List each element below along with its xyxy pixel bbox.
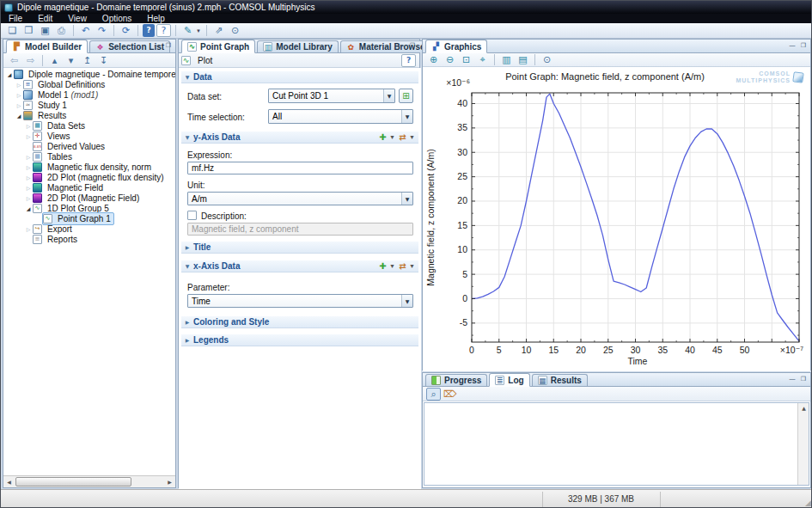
zoom-in-icon[interactable]: ⊕ bbox=[426, 53, 441, 66]
redo-icon[interactable]: ↷ bbox=[95, 24, 109, 37]
minimize-icon[interactable]: — bbox=[788, 375, 797, 383]
snapshot-icon[interactable]: ⊙ bbox=[540, 53, 554, 66]
vertical-scrollbar[interactable]: ▲ bbox=[797, 403, 809, 485]
section-data[interactable]: ▼ Data bbox=[181, 70, 418, 83]
scrollbar-thumb[interactable] bbox=[15, 477, 131, 487]
tree-item-tables[interactable]: ▷▦Tables bbox=[3, 151, 175, 162]
log-output[interactable]: ▲ bbox=[424, 402, 809, 486]
tree-item-views[interactable]: ▷✛Views bbox=[3, 131, 175, 141]
tree-item-2d-plot-magnetic-field-[interactable]: ▷2D Plot (Magnetic Field) bbox=[3, 193, 175, 203]
new-file-icon[interactable]: ❏ bbox=[5, 24, 20, 37]
section-legends[interactable]: ▶ Legends bbox=[181, 334, 418, 346]
tab-results[interactable]: ▦Results bbox=[532, 374, 588, 386]
collapsed-arrow-icon[interactable]: ▷ bbox=[24, 174, 33, 181]
tab-point-graph[interactable]: ∿Point Graph bbox=[181, 40, 255, 53]
tree-item-global-definitions[interactable]: ▷≡Global Definitions bbox=[3, 79, 175, 89]
tree-item-magnetic-field[interactable]: ▷Magnetic Field bbox=[3, 182, 175, 193]
context-help-icon[interactable]: ? bbox=[156, 24, 171, 37]
tree-item-dipole-magnetique-domaine-temporel-sinus-2[interactable]: ◢Dipole magnetique - Domaine temporel (s… bbox=[3, 69, 175, 79]
tree-item-magnetic-flux-density-norm[interactable]: ▷Magnetic flux density, norm bbox=[3, 162, 175, 172]
replace-expression-icon[interactable]: ⇄ bbox=[397, 131, 408, 144]
collapse-all-icon[interactable]: ▴ bbox=[47, 54, 62, 67]
undo-icon[interactable]: ↶ bbox=[78, 24, 93, 37]
tree-item-2d-plot-magnetic-flux-density-[interactable]: ▷2D Plot (magnetic flux density) bbox=[3, 172, 175, 182]
find-icon[interactable]: ⌕ bbox=[426, 388, 441, 401]
zoom-extents-icon[interactable]: ⌖ bbox=[475, 53, 490, 66]
collapsed-arrow-icon[interactable]: ▷ bbox=[24, 133, 33, 139]
axis-x-icon[interactable]: ▤ bbox=[516, 53, 530, 66]
collapsed-arrow-icon[interactable]: ▷ bbox=[24, 195, 33, 201]
dataset-dropdown[interactable]: Cut Point 3D 1 ▼ bbox=[268, 89, 395, 103]
section-title[interactable]: ▶ Title bbox=[181, 241, 418, 254]
maximize-icon[interactable]: ❐ bbox=[799, 375, 808, 383]
section-y-axis-data[interactable]: ▼ y-Axis Data ✚ ▼ ⇄ ▼ bbox=[181, 131, 418, 144]
tab-material-browser[interactable]: ✿Material Browser bbox=[340, 40, 435, 52]
plot-button[interactable]: Plot bbox=[198, 56, 212, 65]
expand-all-icon[interactable]: ▾ bbox=[64, 54, 78, 67]
back-icon[interactable]: ⇦ bbox=[7, 54, 21, 67]
scroll-right-icon[interactable]: ▶ bbox=[164, 477, 175, 487]
maximize-icon[interactable]: ❐ bbox=[408, 41, 417, 49]
forward-icon[interactable]: ⇨ bbox=[23, 54, 38, 67]
new-dataset-button[interactable]: ⊞ bbox=[399, 89, 413, 103]
tree-item-export[interactable]: ▷↪Export bbox=[3, 223, 175, 234]
open-icon[interactable]: ❒ bbox=[21, 24, 36, 37]
parameter-dropdown[interactable]: Time ▼ bbox=[187, 294, 413, 308]
expanded-arrow-icon[interactable]: ◢ bbox=[5, 71, 14, 77]
plot-brush-icon[interactable]: ✎ bbox=[180, 24, 195, 37]
minimize-icon[interactable]: — bbox=[153, 41, 162, 49]
tab-graphics[interactable]: ▞Graphics bbox=[425, 40, 487, 53]
tree-item-derived-values[interactable]: 8.85Derived Values bbox=[3, 141, 175, 151]
resize-grip[interactable]: ◢ bbox=[805, 499, 811, 507]
save-icon[interactable]: ▣ bbox=[38, 24, 52, 37]
tree-item-data-sets[interactable]: ▷▦Data Sets bbox=[3, 120, 175, 131]
add-expression-icon[interactable]: ✚ bbox=[377, 131, 388, 144]
scroll-left-icon[interactable]: ◀ bbox=[3, 477, 15, 487]
collapsed-arrow-icon[interactable]: ▷ bbox=[24, 123, 33, 129]
tree-item-results[interactable]: ◢Results bbox=[3, 110, 175, 120]
menu-item-file[interactable]: File bbox=[1, 14, 30, 23]
expanded-arrow-icon[interactable]: ◢ bbox=[24, 205, 33, 211]
scroll-up-icon[interactable]: ▲ bbox=[798, 403, 809, 413]
tab-model-library[interactable]: ▥Model Library bbox=[257, 40, 339, 52]
tab-progress[interactable]: Progress bbox=[425, 374, 487, 386]
unit-dropdown[interactable]: A/m ▼ bbox=[187, 192, 413, 205]
chevron-down-icon[interactable]: ▼ bbox=[409, 134, 416, 140]
collapsed-arrow-icon[interactable]: ▷ bbox=[15, 82, 23, 88]
add-expression-icon[interactable]: ✚ bbox=[377, 260, 388, 272]
chevron-down-icon[interactable]: ▼ bbox=[401, 110, 412, 123]
snapshot-icon[interactable]: ⊙ bbox=[228, 24, 242, 37]
tree-item-point-graph-1[interactable]: ∿Point Graph 1 bbox=[3, 213, 175, 223]
menu-item-help[interactable]: Help bbox=[139, 14, 173, 23]
print-icon[interactable]: ⎙ bbox=[54, 24, 69, 37]
caret-icon[interactable]: ▼ bbox=[196, 28, 203, 34]
move-up-icon[interactable]: ↥ bbox=[80, 54, 95, 67]
export-image-icon[interactable]: ⇗ bbox=[211, 24, 226, 37]
help-icon[interactable]: ? bbox=[401, 54, 416, 67]
expanded-arrow-icon[interactable]: ◢ bbox=[15, 113, 23, 119]
zoom-box-icon[interactable]: ⊡ bbox=[459, 53, 473, 66]
maximize-icon[interactable]: ❐ bbox=[164, 41, 173, 49]
tab-model-builder[interactable]: ▛Model Builder bbox=[6, 40, 88, 53]
refresh-icon[interactable]: ⟳ bbox=[119, 24, 133, 37]
maximize-icon[interactable]: ❐ bbox=[799, 41, 808, 49]
horizontal-scrollbar[interactable]: ◀ ▶ bbox=[3, 475, 175, 487]
time-selection-dropdown[interactable]: All ▼ bbox=[268, 109, 413, 124]
collapsed-arrow-icon[interactable]: ▷ bbox=[15, 102, 23, 108]
plot-canvas[interactable]: 05101520253035404550×10⁻⁷-50510152025303… bbox=[423, 67, 810, 371]
clear-log-icon[interactable]: ⌦ bbox=[443, 388, 457, 401]
menu-item-options[interactable]: Options bbox=[95, 14, 139, 23]
tree-item-reports[interactable]: ≡Reports bbox=[3, 234, 175, 244]
chevron-down-icon[interactable]: ▼ bbox=[389, 263, 396, 269]
collapsed-arrow-icon[interactable]: ▷ bbox=[24, 226, 33, 232]
tree-item-body[interactable]: ≡Reports bbox=[33, 234, 80, 245]
tree-item-model-1[interactable]: ▷Model 1 (mod1) bbox=[3, 89, 175, 100]
menu-item-view[interactable]: View bbox=[60, 14, 95, 23]
section-coloring-style[interactable]: ▶ Coloring and Style bbox=[181, 315, 418, 328]
tab-log[interactable]: ≣Log bbox=[489, 373, 529, 387]
collapsed-arrow-icon[interactable]: ▷ bbox=[15, 92, 23, 98]
collapsed-arrow-icon[interactable]: ▷ bbox=[24, 164, 33, 170]
chevron-down-icon[interactable]: ▼ bbox=[383, 89, 394, 102]
menu-item-edit[interactable]: Edit bbox=[30, 14, 60, 23]
minimize-icon[interactable]: — bbox=[788, 41, 797, 49]
